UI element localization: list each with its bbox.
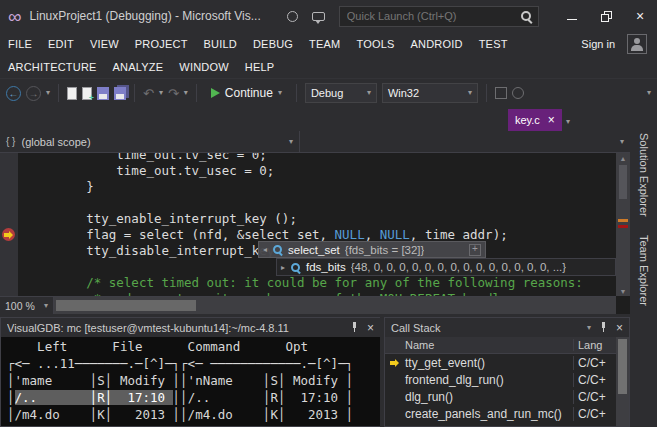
window-controls: × [555,0,657,32]
quick-launch-box[interactable] [339,6,539,27]
menu-edit[interactable]: EDIT [40,34,82,54]
title-icons [287,11,325,22]
zoom-dropdown[interactable]: 100 % ▾ [0,297,54,314]
avatar-icon[interactable] [627,34,647,54]
callstack-row[interactable]: create_panels_and_run_mc()C/C+ [385,405,616,422]
redo-chevron-icon[interactable]: ▾ [184,89,188,97]
sign-in-link[interactable]: Sign in [581,38,615,50]
scrollbar-thumb[interactable] [619,165,627,199]
toolbar-overflow-chevron-icon[interactable]: ▾ [647,89,651,97]
menu-help[interactable]: HELP [237,57,283,77]
datatip-fds-bits[interactable]: ▸ fds_bits {48, 0, 0, 0, 0, 0, 0, 0, 0, … [276,258,616,276]
menu-debug[interactable]: DEBUG [245,34,301,54]
quick-launch-input[interactable] [345,9,520,23]
search-icon[interactable] [520,10,533,23]
debug-windows-icon[interactable] [495,87,507,99]
tab-bar: key.c × ▾ [0,107,630,131]
save-icon[interactable] [97,87,109,100]
datatip-select-set[interactable]: ◂ select_set {fds_bits = [32]} [258,241,486,258]
redo-icon[interactable]: ↷ [168,87,179,100]
scope-dropdown[interactable]: { } (global scope) ▾ [0,131,300,152]
menu-build[interactable]: BUILD [196,34,245,54]
continue-button[interactable]: Continue ▾ [205,84,288,102]
undo-icon[interactable]: ↶ [143,87,154,100]
scroll-up-arrow-icon[interactable]: ▲ [620,153,627,163]
menubar-row-1: FILEEDITVIEWPROJECTBUILDDEBUGTEAMTOOLSAN… [0,32,657,56]
callstack-scrollbar[interactable] [616,337,629,426]
minimize-button[interactable] [555,0,589,32]
send-feedback-icon[interactable] [287,11,298,22]
new-file-icon[interactable] [67,87,77,100]
navigation-chevron-icon[interactable]: ▾ [46,89,50,97]
close-button[interactable]: × [623,0,657,32]
menu-view[interactable]: VIEW [82,34,127,54]
scrollbar-thumb[interactable] [56,300,196,311]
zoom-value: 100 % [5,300,35,312]
close-icon[interactable]: × [616,322,623,334]
scrollbar-thumb[interactable] [618,339,627,394]
callstack-name-column-header[interactable]: Name [403,339,574,351]
frame-name: dlg_run() [403,390,574,404]
vs-window: ∞ LinuxProject1 (Debugging) - Microsoft … [0,0,657,427]
window-menu-chevron-icon[interactable]: ▾ [587,324,591,332]
code-line[interactable] [26,195,616,211]
glyph-margin[interactable] [0,153,18,296]
editor-horizontal-scrollbar[interactable] [54,297,616,314]
callstack-row-indicator [385,361,403,365]
menu-window[interactable]: WINDOW [171,57,236,77]
side-tab-solution-explorer[interactable]: Solution Explorer [638,133,650,217]
menu-test[interactable]: TEST [471,34,516,54]
close-icon[interactable]: × [367,322,374,334]
document-list-chevron-icon[interactable]: ▾ [566,118,570,126]
undo-chevron-icon[interactable]: ▾ [159,89,163,97]
code-line[interactable]: time_out.tv_usec = 0; [26,163,616,179]
callstack-row[interactable]: tty_get_event()C/C+ [385,354,616,371]
datatip-collapse-chevron-icon[interactable]: ◂ [263,245,267,254]
terminal-output[interactable]: Left File Command Opt┌<─ ...11───────.─[… [1,337,380,426]
menu-android[interactable]: ANDROID [403,34,471,54]
current-statement-breakpoint-icon[interactable] [2,228,15,241]
add-item-icon[interactable] [82,87,92,100]
scrollbar-current-line-marker [618,219,628,222]
code-line[interactable]: } [26,179,616,195]
frame-name: create_panels_and_run_mc() [403,407,574,421]
callstack-titlebar[interactable]: Call Stack ▾ × [385,318,629,337]
menu-architecture[interactable]: ARCHITECTURE [0,57,105,77]
code-line[interactable]: /* select timed out: it could be for any… [26,275,616,291]
menu-analyze[interactable]: ANALYZE [105,57,172,77]
solution-config-dropdown[interactable]: Debug ▾ [305,83,377,103]
code-editor[interactable]: time_out.tv_sec = 0; time_out.tv_usec = … [0,153,630,314]
pin-icon[interactable] [350,322,359,333]
code-line[interactable]: time_out.tv_sec = 0; [26,153,616,163]
toolbar-separator [486,84,487,102]
editor-vertical-scrollbar[interactable]: ▲ ▼ [616,153,630,296]
save-all-icon[interactable] [114,87,126,100]
notifications-icon[interactable] [312,12,325,21]
scroll-down-arrow-icon[interactable]: ▼ [620,286,627,296]
attach-process-icon[interactable] [512,87,524,99]
callstack-row[interactable]: dlg_run()C/C+ [385,388,616,405]
datatip-expand-chevron-icon[interactable]: ▸ [281,263,285,272]
visualgdb-titlebar[interactable]: VisualGDB: mc [testuser@vmtest-kubuntu14… [1,318,380,337]
menu-tools[interactable]: TOOLS [348,34,402,54]
datatip-pin-icon[interactable] [469,244,481,256]
code-line[interactable]: tty_enable_interrupt_key (); [26,211,616,227]
toolbar: ← → ▾ ↶ ▾ ↷ ▾ Continue ▾ Debug ▾ Win32 ▾… [0,78,657,107]
side-tab-team-explorer[interactable]: Team Explorer [638,235,650,306]
menu-project[interactable]: PROJECT [127,34,196,54]
callstack-row[interactable]: frontend_dlg_run()C/C+ [385,371,616,388]
magnifier-icon[interactable] [290,262,301,273]
restore-button[interactable] [589,0,623,32]
tab-close-icon[interactable]: × [548,114,555,126]
member-dropdown[interactable]: ▾ [300,131,630,152]
navigate-back-button[interactable]: ← [6,86,21,101]
solution-platform-dropdown[interactable]: Win32 ▾ [382,83,478,103]
magnifier-icon[interactable] [272,244,283,255]
callstack-lang-column-header[interactable]: Lang [574,339,616,351]
menu-file[interactable]: FILE [0,34,40,54]
terminal-line: Left File Command Opt [7,338,374,355]
pin-icon[interactable] [599,322,608,333]
tab-key-c[interactable]: key.c × [508,109,562,131]
navigate-forward-button[interactable]: → [26,86,41,101]
menu-team[interactable]: TEAM [301,34,348,54]
